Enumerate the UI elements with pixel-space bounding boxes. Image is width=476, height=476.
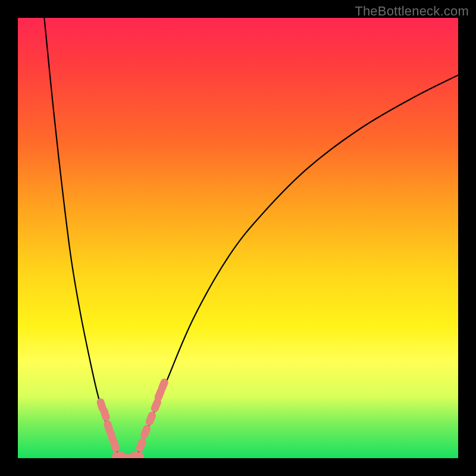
svg-rect-7: [130, 452, 144, 458]
curve-marker: [139, 424, 152, 440]
svg-rect-8: [135, 437, 148, 453]
curve-marker: [103, 419, 114, 436]
svg-rect-9: [139, 424, 152, 440]
svg-rect-12: [154, 386, 166, 402]
curve-marker: [112, 452, 126, 458]
curve-marker: [150, 397, 162, 414]
svg-rect-4: [109, 437, 120, 453]
curve-layer: [18, 18, 458, 458]
curve-marker: [99, 406, 111, 422]
plot-area: [18, 18, 458, 458]
curve-marker: [154, 386, 166, 402]
curve-marker: [157, 377, 170, 393]
svg-rect-6: [121, 455, 135, 459]
curve-marker: [121, 455, 135, 459]
svg-rect-2: [103, 419, 114, 436]
svg-rect-10: [145, 411, 157, 427]
svg-rect-3: [106, 428, 117, 444]
curve-marker: [135, 437, 148, 453]
svg-rect-5: [112, 452, 126, 458]
curve-marker: [109, 437, 120, 453]
watermark-text: TheBottleneck.com: [355, 4, 469, 19]
curve-right-branch: [137, 75, 458, 458]
svg-rect-0: [96, 397, 107, 414]
chart-frame: TheBottleneck.com: [0, 0, 476, 476]
curve-marker: [130, 452, 144, 458]
curve-marker: [96, 397, 107, 414]
svg-rect-11: [150, 397, 162, 414]
curve-marker: [145, 411, 157, 427]
curve-marker: [106, 428, 117, 444]
svg-rect-1: [99, 406, 111, 422]
svg-rect-13: [157, 377, 170, 393]
curve-left-branch: [44, 18, 119, 458]
